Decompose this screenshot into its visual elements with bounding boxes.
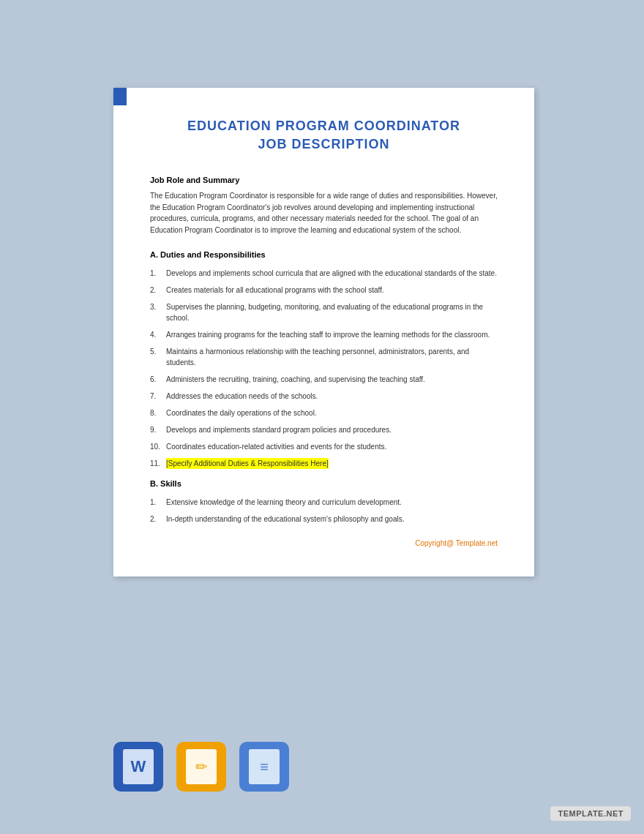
- list-item: 7.Addresses the education needs of the s…: [150, 391, 498, 402]
- document-title: EDUCATION PROGRAM COORDINATOR JOB DESCRI…: [150, 117, 498, 154]
- list-item: 5.Maintains a harmonious relationship wi…: [150, 346, 498, 368]
- list-item: 1.Develops and implements school curricu…: [150, 268, 498, 279]
- docs-icon-button[interactable]: [239, 742, 289, 792]
- summary-text: The Education Program Coordinator is res…: [150, 190, 498, 236]
- document-page: EDUCATION PROGRAM COORDINATOR JOB DESCRI…: [113, 88, 534, 576]
- title-line2: JOB DESCRIPTION: [258, 137, 389, 151]
- copyright-line: Copyright@ Template.net: [150, 539, 498, 547]
- list-item: 3.Supervises the planning, budgeting, mo…: [150, 301, 498, 323]
- watermark-badge: TEMPLATE.NET: [550, 806, 631, 821]
- list-item: 9.Develops and implements standard progr…: [150, 424, 498, 435]
- app-icons-bar: [113, 742, 289, 792]
- skills-heading: B. Skills: [150, 479, 498, 488]
- pages-icon-button[interactable]: [176, 742, 226, 792]
- skills-list: 1.Extensive knowledge of the learning th…: [150, 497, 498, 525]
- list-item: 4.Arranges training programs for the tea…: [150, 329, 498, 340]
- pages-icon: [186, 749, 217, 784]
- job-role-heading: Job Role and Summary: [150, 176, 498, 184]
- copyright-brand: Template.net: [456, 539, 498, 547]
- docs-icon: [249, 749, 280, 784]
- duties-heading: A. Duties and Responsibilities: [150, 250, 498, 259]
- list-item: 8.Coordinates the daily operations of th…: [150, 407, 498, 418]
- title-line1: EDUCATION PROGRAM COORDINATOR: [187, 119, 460, 133]
- word-icon-button[interactable]: [113, 742, 163, 792]
- list-item: 1.Extensive knowledge of the learning th…: [150, 497, 498, 508]
- copyright-text: Copyright@: [415, 539, 454, 547]
- duties-list: 1.Develops and implements school curricu…: [150, 268, 498, 469]
- list-item: 2.In-depth understanding of the educatio…: [150, 514, 498, 525]
- list-item: 10.Coordinates education-related activit…: [150, 441, 498, 452]
- word-icon: [123, 749, 154, 784]
- list-item-highlight: 11.[Specify Additional Duties & Responsi…: [150, 458, 498, 469]
- list-item: 2.Creates materials for all educational …: [150, 285, 498, 296]
- list-item: 6.Administers the recruiting, training, …: [150, 374, 498, 385]
- blue-corner-accent: [113, 88, 127, 105]
